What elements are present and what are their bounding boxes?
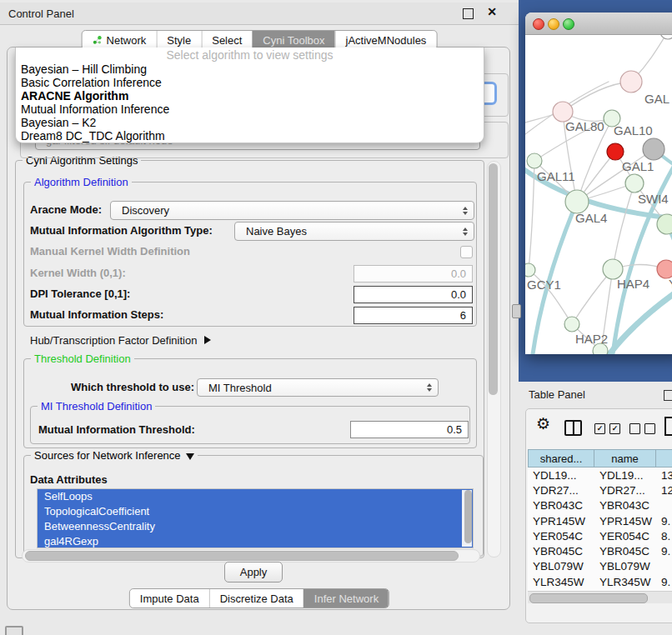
attribute-item-betweennesscentrality[interactable]: BetweennessCentrality <box>38 519 473 534</box>
table-cell: YLR345W <box>594 576 656 588</box>
attribute-item-selfloops[interactable]: SelfLoops <box>38 489 473 504</box>
table-cell: YBR045C <box>594 545 656 558</box>
close-traffic-light-icon[interactable] <box>533 18 544 30</box>
table-row[interactable]: YBR045CYBR045C9. <box>528 543 672 558</box>
apply-button[interactable]: Apply <box>224 562 283 582</box>
dpi-tolerance-label: DPI Tolerance [0,1]: <box>30 288 130 300</box>
kernel-width-field[interactable]: 0.0 <box>354 265 473 282</box>
attr-list-hscrollbar-thumb[interactable] <box>25 551 459 561</box>
tab-jactivemnodules[interactable]: jActiveMNodules <box>335 31 437 49</box>
node-swi4[interactable] <box>657 214 672 234</box>
bottom-tab-impute-data[interactable]: Impute Data <box>130 589 209 608</box>
algorithm-dropdown-popup: Select algorithm to view settings Bayesi… <box>15 48 484 143</box>
table-cell: 9. <box>656 545 672 558</box>
gear-icon[interactable]: ⚙ <box>536 416 550 432</box>
node-gcy1[interactable] <box>525 263 535 277</box>
node-label: GAL <box>644 92 669 106</box>
combo-arrows-icon <box>463 207 468 215</box>
bottom-tab-discretize-data[interactable]: Discretize Data <box>209 589 303 608</box>
node-label: SWI4 <box>638 192 669 206</box>
docked-panel-icon[interactable] <box>5 626 23 635</box>
table-cell: YPR145W <box>594 515 656 528</box>
aracne-mode-label: Aracne Mode: <box>30 203 102 216</box>
table-cell: 12 <box>656 484 672 497</box>
table-hscrollbar-thumb[interactable] <box>529 593 648 603</box>
table-cell: YLR345W <box>528 576 594 588</box>
dpi-tolerance-field[interactable]: 0.0 <box>354 286 473 303</box>
select-all-icon[interactable]: ✓ ✓ <box>594 423 620 434</box>
mi-type-label: Mutual Information Algorithm Type: <box>30 224 213 237</box>
table-row[interactable]: YBR043CYBR043C <box>528 498 672 513</box>
tab-style[interactable]: Style <box>156 31 201 49</box>
mi-threshold-value: 0.5 <box>447 423 462 436</box>
data-attributes-label: Data Attributes <box>30 473 108 486</box>
node-label: HAP2 <box>575 332 608 346</box>
node-hap2[interactable] <box>564 317 579 332</box>
node-y[interactable] <box>657 260 672 278</box>
mi-threshold-field[interactable]: 0.5 <box>350 421 469 438</box>
algorithm-option-aracne-algorithm[interactable]: ARACNE Algorithm <box>16 89 484 102</box>
node-unlabeled[interactable] <box>660 35 672 39</box>
table-row[interactable]: YPR145WYPR145W9. <box>528 513 672 528</box>
node-unlabeled[interactable] <box>643 138 664 160</box>
manual-kernel-checkbox[interactable] <box>460 246 473 258</box>
table-row[interactable]: YLR345WYLR345W9. <box>528 574 672 589</box>
aracne-mode-combo[interactable]: Discovery <box>110 201 474 220</box>
attr-list-scrollbar-thumb[interactable] <box>464 490 472 543</box>
settings-scrollbar-thumb[interactable] <box>489 163 498 395</box>
tab-cyni-toolbox[interactable]: Cyni Toolbox <box>252 31 334 49</box>
sources-expander[interactable]: Sources for Network Inference <box>31 449 198 462</box>
node-gal11[interactable] <box>527 153 542 168</box>
algorithm-option-dream8-dc-tdc-algorithm[interactable]: Dream8 DC_TDC Algorithm <box>16 129 484 142</box>
which-threshold-combo[interactable]: MI Threshold <box>197 378 439 397</box>
node-gal4[interactable] <box>565 190 589 213</box>
split-columns-icon[interactable] <box>564 420 582 436</box>
deselect-all-icon[interactable] <box>629 423 655 434</box>
table-cell: YPR145W <box>528 515 594 528</box>
mi-steps-label: Mutual Information Steps: <box>30 308 163 321</box>
network-canvas[interactable]: GALGAL80GAL10GAL1GAL11SWI4GAL4GCY1HAP4YH… <box>525 35 672 354</box>
node-gal[interactable] <box>620 71 642 92</box>
table-hscrollbar-track[interactable] <box>528 591 672 603</box>
node-gal1[interactable] <box>625 174 644 192</box>
table-row[interactable]: YDR27...YDR27...12 <box>528 482 672 498</box>
column-header-partial[interactable] <box>656 449 672 468</box>
node-table: shared...name YDL19...YDL19...13YDR27...… <box>528 449 672 591</box>
data-attributes-list: SelfLoopsTopologicalCoefficientBetweenne… <box>37 488 474 548</box>
table-cell: 9. <box>656 515 672 528</box>
expander-down-arrow-icon <box>186 453 194 460</box>
algorithm-option-mutual-information-inference[interactable]: Mutual Information Inference <box>16 102 484 116</box>
algorithm-option-bayesian-k2[interactable]: Bayesian – K2 <box>16 116 484 129</box>
network-edge[interactable] <box>613 183 634 269</box>
float-window-icon[interactable] <box>463 8 474 19</box>
column-header-name[interactable]: name <box>594 449 656 468</box>
dpi-tolerance-value: 0.0 <box>451 288 466 301</box>
split-pane-divider-handle[interactable] <box>512 304 521 318</box>
table-row[interactable]: YBL079WYBL079W <box>528 559 672 574</box>
bottom-tab-infer-network[interactable]: Infer Network <box>303 589 389 608</box>
table-cell: 9. <box>656 576 672 588</box>
node-unlabeled[interactable] <box>607 143 624 160</box>
table-panel-float-icon[interactable] <box>664 390 672 401</box>
table-cell: YER054C <box>594 530 656 542</box>
network-window-titlebar[interactable] <box>525 12 672 35</box>
minimize-traffic-light-icon[interactable] <box>548 18 559 30</box>
hub-definition-expander[interactable]: Hub/Transcription Factor Definition <box>30 332 211 348</box>
network-edge[interactable] <box>605 283 672 354</box>
unchecked-checkbox-icon <box>644 423 655 434</box>
table-row[interactable]: YER054CYER054C8. <box>528 528 672 543</box>
mi-steps-field[interactable]: 6 <box>354 307 473 324</box>
tab-select[interactable]: Select <box>201 31 252 49</box>
attribute-item-topologicalcoefficient[interactable]: TopologicalCoefficient <box>38 504 473 519</box>
attribute-item-gal4rgexp[interactable]: gal4RGexp <box>38 534 473 548</box>
zoom-traffic-light-icon[interactable] <box>563 18 574 30</box>
table-row[interactable]: YDL19...YDL19...13 <box>528 468 672 482</box>
algorithm-option-basic-correlation-inference[interactable]: Basic Correlation Inference <box>16 76 484 89</box>
tab-network[interactable]: Network <box>83 31 157 49</box>
column-header-shared[interactable]: shared... <box>528 449 594 468</box>
algorithm-option-bayesian-hill-climbing[interactable]: Bayesian – Hill Climbing <box>16 62 484 76</box>
mi-type-combo[interactable]: Naive Bayes <box>234 222 474 241</box>
close-icon[interactable]: ✕ <box>487 5 497 18</box>
network-tab-icon <box>93 35 103 45</box>
new-table-icon[interactable] <box>664 417 672 436</box>
